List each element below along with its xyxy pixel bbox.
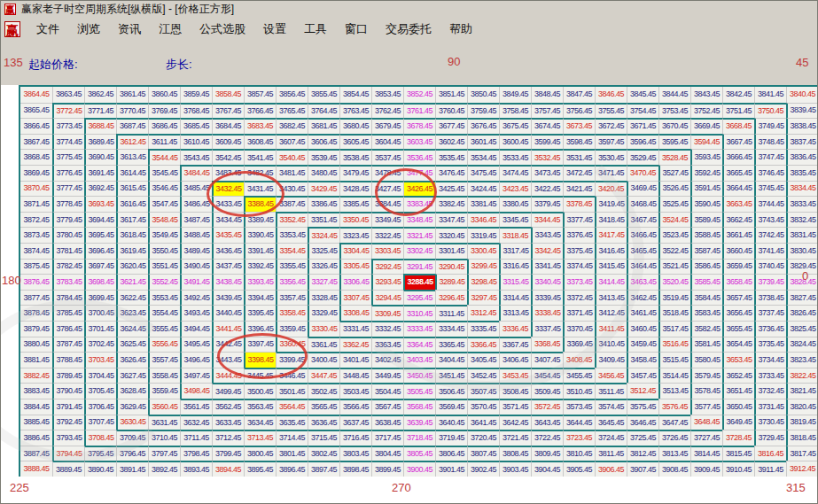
price-cell: 3746.45 bbox=[754, 165, 786, 181]
menu-item-2[interactable]: 浏览 bbox=[68, 19, 109, 40]
price-cell: 3304.45 bbox=[339, 243, 371, 259]
price-cell: 3854.45 bbox=[339, 87, 371, 103]
price-cell: 3775.45 bbox=[52, 149, 84, 165]
menu-item-6[interactable]: 设置 bbox=[254, 19, 295, 40]
price-cell: 3619.45 bbox=[116, 243, 148, 259]
price-cell: 3600.45 bbox=[499, 134, 531, 150]
price-cell: 3567.45 bbox=[371, 399, 403, 415]
price-cell: 3347.45 bbox=[435, 212, 467, 228]
price-cell: 3717.45 bbox=[371, 430, 403, 446]
price-cell: 3368.45 bbox=[531, 337, 563, 353]
price-cell: 3881.45 bbox=[20, 352, 52, 368]
price-cell: 3692.45 bbox=[84, 181, 116, 197]
price-cell: 3415.45 bbox=[595, 259, 627, 275]
price-cell: 3398.45 bbox=[244, 352, 276, 368]
price-cell: 3372.45 bbox=[563, 290, 595, 306]
price-cell: 3578.45 bbox=[690, 383, 722, 399]
price-cell: 3517.45 bbox=[658, 321, 690, 337]
price-cell: 3726.45 bbox=[658, 430, 690, 446]
price-cell: 3727.45 bbox=[690, 430, 722, 446]
price-cell: 3865.45 bbox=[20, 103, 52, 119]
price-cell: 3672.45 bbox=[595, 118, 627, 134]
price-cell: 3874.45 bbox=[20, 243, 52, 259]
price-cell: 3675.45 bbox=[499, 118, 531, 134]
price-cell: 3902.45 bbox=[467, 461, 499, 477]
price-cell: 3872.45 bbox=[20, 212, 52, 228]
price-cell: 3430.45 bbox=[276, 181, 308, 197]
price-cell: 3818.45 bbox=[786, 430, 818, 446]
price-cell: 3811.45 bbox=[595, 446, 627, 461]
price-cell: 3417.45 bbox=[595, 227, 627, 243]
price-cell: 3683.45 bbox=[244, 118, 276, 134]
menu-item-5[interactable]: 公式选股 bbox=[191, 19, 254, 40]
menu-item-1[interactable]: 文件 bbox=[27, 19, 68, 40]
price-cell: 3689.45 bbox=[84, 134, 116, 150]
price-cell: 3812.45 bbox=[627, 446, 658, 461]
price-cell: 3568.45 bbox=[403, 399, 435, 415]
price-cell: 3420.45 bbox=[595, 181, 627, 197]
price-cell: 3576.45 bbox=[658, 399, 690, 415]
price-cell: 3373.45 bbox=[563, 274, 595, 290]
price-cell: 3628.45 bbox=[116, 383, 148, 399]
price-cell: 3590.45 bbox=[690, 196, 722, 212]
price-cell: 3308.45 bbox=[339, 305, 371, 321]
price-cell: 3292.45 bbox=[371, 259, 403, 275]
price-cell: 3870.45 bbox=[20, 181, 52, 197]
price-cell: 3552.45 bbox=[148, 274, 180, 290]
menu-item-3[interactable]: 资讯 bbox=[109, 19, 150, 40]
price-cell: 3524.45 bbox=[658, 212, 690, 228]
price-cell: 3779.45 bbox=[52, 212, 84, 228]
price-cell: 3647.45 bbox=[658, 415, 690, 430]
price-cell: 3632.45 bbox=[180, 415, 212, 430]
price-cell: 3459.45 bbox=[627, 337, 658, 353]
price-cell: 3665.45 bbox=[722, 165, 754, 181]
price-cell: 3468.45 bbox=[627, 196, 658, 212]
price-cell: 3396.45 bbox=[244, 321, 276, 337]
price-cell: 3849.45 bbox=[499, 87, 531, 103]
price-cell: 3318.45 bbox=[499, 227, 531, 243]
price-cell: 3657.45 bbox=[722, 290, 754, 306]
price-cell: 3851.45 bbox=[435, 87, 467, 103]
price-cell: 3376.45 bbox=[563, 227, 595, 243]
price-cell: 3680.45 bbox=[339, 118, 371, 134]
menu-item-4[interactable]: 江恩 bbox=[150, 19, 191, 40]
price-cell: 3834.45 bbox=[786, 181, 818, 197]
price-cell: 3382.45 bbox=[435, 196, 467, 212]
price-cell: 3594.45 bbox=[690, 134, 722, 150]
price-cell: 3357.45 bbox=[276, 290, 308, 306]
price-cell: 3426.45 bbox=[403, 181, 435, 197]
price-cell: 3885.45 bbox=[20, 415, 52, 430]
price-cell: 3366.45 bbox=[467, 337, 499, 353]
app-icon: 赢 bbox=[4, 4, 16, 15]
price-cell: 3596.45 bbox=[627, 134, 658, 150]
price-cell: 3380.45 bbox=[499, 196, 531, 212]
price-cell: 3760.45 bbox=[435, 103, 467, 119]
price-cell: 3639.45 bbox=[403, 415, 435, 430]
price-cell: 3731.45 bbox=[754, 399, 786, 415]
price-cell: 3616.45 bbox=[116, 196, 148, 212]
menu-item-7[interactable]: 工具 bbox=[295, 19, 336, 40]
price-cell: 3312.45 bbox=[467, 305, 499, 321]
price-cell: 3701.45 bbox=[84, 321, 116, 337]
price-cell: 3497.45 bbox=[180, 368, 212, 384]
price-cell: 3769.45 bbox=[148, 103, 180, 119]
price-cell: 3593.45 bbox=[690, 149, 722, 165]
price-cell: 3456.45 bbox=[595, 368, 627, 384]
menu-item-10[interactable]: 帮助 bbox=[440, 19, 481, 40]
price-cell: 3403.45 bbox=[403, 352, 435, 368]
price-cell: 3791.45 bbox=[52, 399, 84, 415]
price-cell: 3309.45 bbox=[371, 305, 403, 321]
price-cell: 3810.45 bbox=[563, 446, 595, 461]
menu-item-8[interactable]: 窗口 bbox=[336, 19, 377, 40]
price-cell: 3325.45 bbox=[308, 243, 339, 259]
price-cell: 3591.45 bbox=[690, 181, 722, 197]
menu-item-9[interactable]: 交易委托 bbox=[377, 19, 440, 40]
price-cell: 3563.45 bbox=[244, 399, 276, 415]
price-cell: 3833.45 bbox=[786, 196, 818, 212]
start-price-label: 起始价格: bbox=[28, 57, 78, 73]
price-cell: 3733.45 bbox=[754, 368, 786, 384]
price-cell: 3574.45 bbox=[595, 399, 627, 415]
price-cell: 3612.45 bbox=[116, 134, 148, 150]
price-cell: 3428.45 bbox=[339, 181, 371, 197]
price-cell: 3409.45 bbox=[595, 352, 627, 368]
